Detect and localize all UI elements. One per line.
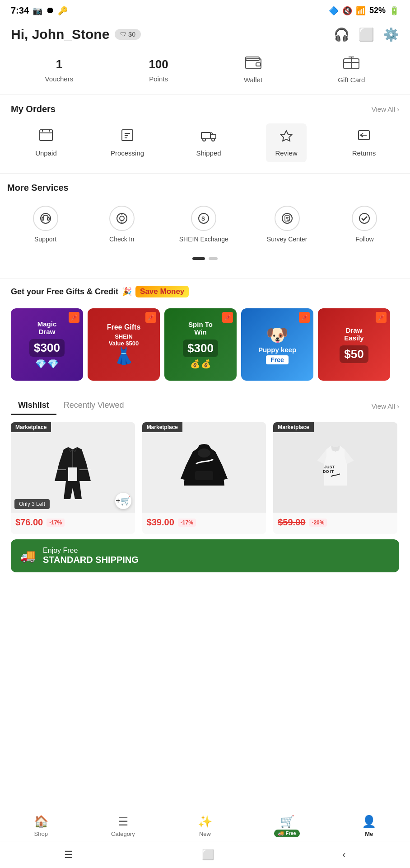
magic-draw-title: MagicDraw [37,320,57,335]
spin-to-win-amount: $300 [183,340,218,357]
order-processing[interactable]: Processing [103,123,151,162]
service-shein-exchange[interactable]: S SHEIN Exchange [176,202,232,246]
puppy-keep-free: Free [266,355,289,364]
order-review[interactable]: Review [266,123,307,162]
svg-rect-23 [42,217,44,220]
promo-text: Get your Free Gifts & Credit 🎉 Save Mone… [11,286,399,297]
tracksuit-image [46,436,100,499]
scan-icon[interactable]: ⬜ [359,27,374,42]
bluetooth-icon: 🔷 [329,6,339,16]
marketplace-badge-3: Marketplace [273,422,313,432]
services-grid: Support Check In S SHEIN Exchange [7,198,403,254]
free-wrapper: 🛒 🚚 Free [274,815,299,837]
nav-free[interactable]: 🛒 🚚 Free [269,815,305,837]
promo-card-magic-draw[interactable]: 📌 MagicDraw $300 💎 💎 [11,308,83,381]
nav-category[interactable]: ☰ Category [105,815,141,837]
check-in-icon-wrap [109,206,135,231]
shein-exchange-label: SHEIN Exchange [179,236,228,243]
free-gifts-pin-icon: 📌 [145,312,156,323]
promo-card-puppy-keep[interactable]: 📌 🐶 Puppy keep Free [241,308,313,381]
product-grid: Marketplace Only 3 Left +🛒 [11,422,399,534]
svg-text:JUST: JUST [324,465,335,469]
price-row-2: $39.00 -17% [147,517,262,528]
nav-new[interactable]: ✨ New [187,815,223,837]
service-support[interactable]: Support [23,202,68,246]
wishlist-view-all[interactable]: View All › [372,402,399,410]
unpaid-icon [39,129,53,145]
support-icon-wrap [33,206,58,231]
promo-card-spin-to-win[interactable]: 📌 Spin ToWin $300 💰 💰 [164,308,237,381]
vouchers-stat[interactable]: 1 Vouchers [45,57,74,83]
record-icon: ⏺ [46,6,54,15]
svg-rect-40 [195,471,213,480]
product-card-3[interactable]: Marketplace JUST DO IT [273,422,397,534]
price-2: $39.00 [147,517,174,528]
free-shipping-banner[interactable]: 🚚 Enjoy Free STANDARD SHIPPING [11,539,399,572]
puppy-keep-title: Puppy keep [258,346,296,354]
wallet-icon [245,57,261,72]
back-button[interactable]: ‹ [342,849,345,861]
spin-to-win-title: Spin ToWin [188,321,213,336]
product-img-3: Marketplace JUST DO IT [273,422,397,513]
shop-label: Shop [34,830,48,837]
category-label: Category [111,830,135,837]
svg-point-35 [359,213,369,223]
orders-view-all[interactable]: View All › [372,105,399,113]
tab-wishlist[interactable]: Wishlist [11,397,56,415]
headset-icon[interactable]: 🎧 [334,27,349,42]
header-icons: 🎧 ⬜ ⚙️ [334,27,399,42]
bottom-nav: 🏠 Shop ☰ Category ✨ New 🛒 🚚 Free 👤 Me [0,809,410,841]
me-label: Me [365,830,373,837]
points-badge[interactable]: 🛡 $0 [115,29,141,40]
camera-icon: 📷 [33,6,42,16]
tab-recently-viewed[interactable]: Recently Viewed [56,397,131,415]
home-button[interactable]: ⬜ [202,849,214,861]
svg-point-26 [120,216,124,221]
nav-shop[interactable]: 🏠 Shop [23,815,59,837]
follow-icon-wrap [352,206,377,231]
gift-card-stat[interactable]: Gift Card [338,57,365,84]
menu-button[interactable]: ☰ [64,849,73,861]
svg-point-31 [282,213,292,223]
free-gifts-subtitle: SHEIN [115,333,133,340]
status-bar: 7:34 📷 ⏺ 🔑 🔷 🔇 📶 52% 🔋 [0,0,410,19]
order-returns[interactable]: Returns [344,123,384,162]
add-to-cart-btn-1[interactable]: +🛒 [115,493,131,509]
category-icon: ☰ [118,815,128,829]
status-left: 7:34 📷 ⏺ 🔑 [11,5,68,16]
follow-label: Follow [355,236,373,243]
product-card-2[interactable]: Marketplace [142,422,266,534]
shipping-text-main: Enjoy Free [43,547,139,555]
product-info-1: $76.00 -17% [11,513,135,534]
svg-rect-2 [256,63,261,66]
free-gifts-title: Free Gifts [107,323,141,331]
service-check-in[interactable]: Check In [99,202,144,246]
wallet-label: Wallet [244,76,262,84]
service-survey-center[interactable]: Survey Center [263,202,311,246]
points-stat[interactable]: 100 Points [149,57,168,83]
product-img-2: Marketplace [142,422,266,513]
product-info-2: $39.00 -17% [142,513,266,534]
svg-point-17 [203,138,205,141]
nav-me[interactable]: 👤 Me [351,815,387,837]
settings-icon[interactable]: ⚙️ [383,27,399,42]
survey-center-label: Survey Center [267,236,307,243]
promo-card-free-gifts[interactable]: 📌 Free Gifts SHEIN Value $500 👗 [88,308,160,381]
shipped-icon [200,129,217,145]
shield-icon: 🛡 [120,31,126,38]
me-icon: 👤 [362,815,376,829]
puppy-keep-inner: 📌 🐶 Puppy keep Free [241,308,313,381]
order-unpaid[interactable]: Unpaid [26,123,66,162]
greeting-text: Hi, John_Stone [11,27,109,42]
order-shipped[interactable]: Shipped [188,123,229,162]
more-services-title: More Services [7,183,69,193]
service-follow[interactable]: Follow [342,202,387,246]
wifi-icon: 📶 [356,6,366,16]
product-card-1[interactable]: Marketplace Only 3 Left +🛒 [11,422,135,534]
tshirt-image: JUST DO IT [308,436,363,499]
draw-easily-amount: $50 [340,345,368,363]
promo-card-draw-easily[interactable]: 📌 DrawEasily $50 [318,308,390,381]
marketplace-badge-2: Marketplace [142,422,182,432]
wallet-stat[interactable]: Wallet [244,57,262,84]
dots-indicator [7,254,403,269]
